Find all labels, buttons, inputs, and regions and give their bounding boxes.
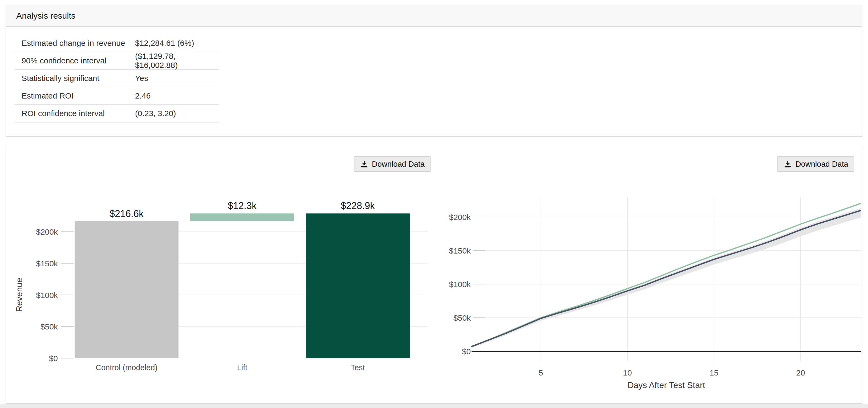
bar-value-label: $228.9k [341,200,375,211]
y-tick-label: $0 [49,354,58,363]
result-row-value: Yes [135,74,219,83]
results-table: Estimated change in revenue$12,284.61 (6… [14,35,219,123]
download-data-button-line-chart[interactable]: Download Data [777,156,854,172]
y-tick-label: $200k [449,213,471,222]
bar-control-modeled- [74,221,179,358]
y-tick-label: $200k [36,227,58,236]
page-title: Analysis results [16,11,75,21]
x-tick-label: 20 [796,368,805,377]
result-row-value: ($1,129.78, $16,002.88) [135,52,219,70]
result-row: Estimated ROI2.46 [14,87,219,105]
download-icon [360,159,369,168]
result-row-label: Estimated ROI [14,91,135,100]
revenue-bar-chart: $0$50k$100k$150k$200kRevenue$216.6kContr… [14,194,435,397]
y-tick-label: $100k [36,291,58,300]
download-button-label: Download Data [796,160,848,168]
result-row: Estimated change in revenue$12,284.61 (6… [14,35,219,52]
result-row-label: 90% confidence interval [14,56,135,65]
result-row-label: Statistically significant [14,74,135,83]
download-button-label: Download Data [372,160,425,168]
analysis-results-header: Analysis results [6,5,862,27]
result-row: ROI confidence interval(0.23, 3.20) [14,105,219,123]
download-icon [783,159,792,168]
bar-category-label: Lift [237,363,248,372]
bar-lift [190,213,294,221]
x-tick-label: 5 [539,368,543,377]
analysis-results-panel: Analysis results Estimated change in rev… [6,5,862,137]
bottom-strip [0,404,868,408]
bar-category-label: Control (modeled) [96,363,157,372]
bar-test [306,213,410,358]
result-row-label: Estimated change in revenue [14,39,135,48]
y-tick-label: $100k [449,280,471,289]
y-axis-title: Revenue [14,278,24,312]
result-row-value: (0.23, 3.20) [135,109,219,118]
download-data-button-bar-chart[interactable]: Download Data [354,156,431,172]
y-tick-label: $150k [36,259,58,268]
result-row-value: 2.46 [135,91,219,100]
charts-panel: Download Data Download Data $0$50k$100k$… [6,146,862,404]
x-axis-title: Days After Test Start [627,380,705,390]
y-tick-label: $50k [454,313,471,322]
bar-category-label: Test [351,363,365,372]
result-row-value: $12,284.61 (6%) [135,39,219,48]
x-tick-label: 10 [623,368,632,377]
y-tick-label: $50k [40,322,58,331]
cumulative-revenue-line-chart: $0$50k$100k$150k$200k5101520Days After T… [440,194,861,397]
bar-value-label: $12.3k [228,200,257,211]
y-tick-label: $150k [449,246,471,255]
result-row: Statistically significantYes [14,70,219,87]
bar-value-label: $216.6k [110,208,144,219]
x-tick-label: 15 [710,368,718,377]
result-row: 90% confidence interval($1,129.78, $16,0… [14,52,219,70]
y-tick-label: $0 [462,347,471,356]
result-row-label: ROI confidence interval [14,109,135,118]
